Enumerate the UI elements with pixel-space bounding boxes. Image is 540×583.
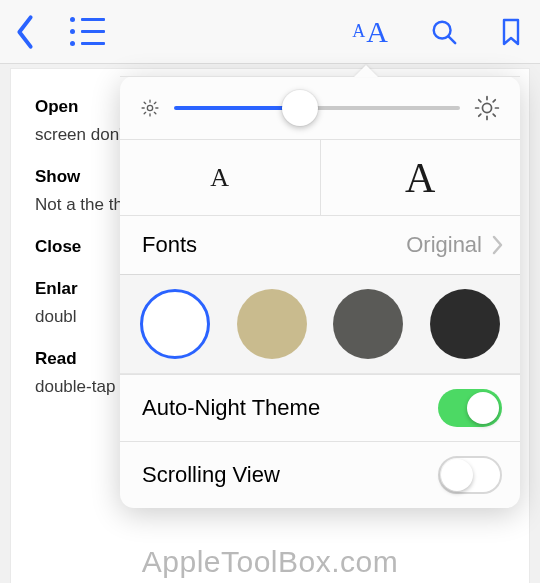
svg-line-8 [154,112,156,114]
auto-night-toggle[interactable] [438,389,502,427]
increase-font-button[interactable]: A [321,140,521,215]
appearance-small-a: A [352,21,365,42]
bookmark-button[interactable] [500,17,522,47]
theme-gray[interactable] [333,289,403,359]
brightness-slider[interactable] [174,106,460,110]
auto-night-label: Auto-Night Theme [142,395,320,421]
svg-point-2 [147,105,152,110]
brightness-thumb[interactable] [282,90,318,126]
appearance-popover: A A Fonts Original Auto-Night Theme Scro… [120,76,520,508]
appearance-button[interactable]: AA [352,15,388,49]
chevron-right-icon [492,235,504,255]
table-of-contents-button[interactable] [70,17,105,46]
svg-line-1 [449,36,456,43]
scrolling-view-toggle[interactable] [438,456,502,494]
theme-white[interactable] [140,289,210,359]
popover-arrow [354,65,378,77]
scrolling-view-row: Scrolling View [120,441,520,508]
page-bold-1: Show [35,167,80,186]
scrolling-view-label: Scrolling View [142,462,280,488]
svg-line-19 [493,100,495,102]
font-size-row: A A [120,139,520,215]
svg-line-9 [144,112,146,114]
svg-line-17 [493,114,495,116]
fonts-value: Original [406,232,482,258]
svg-line-16 [479,100,481,102]
svg-point-11 [482,103,491,112]
svg-line-7 [144,102,146,104]
brightness-row [120,76,520,139]
decrease-font-button[interactable]: A [120,140,321,215]
brightness-low-icon [140,98,160,118]
page-text-3: doubl [35,307,77,326]
page-bold-4: Read [35,349,77,368]
brightness-high-icon [474,95,500,121]
back-button[interactable] [14,14,36,50]
page-bold-2: Close [35,237,81,256]
search-button[interactable] [430,18,458,46]
theme-swatches-row [120,274,520,374]
top-toolbar: AA [0,0,540,64]
page-bold-3: Enlar [35,279,78,298]
page-bold-0: Open [35,97,78,116]
svg-line-18 [479,114,481,116]
fonts-label: Fonts [142,232,197,258]
svg-line-10 [154,102,156,104]
auto-night-row: Auto-Night Theme [120,374,520,441]
fonts-row[interactable]: Fonts Original [120,215,520,274]
theme-sepia[interactable] [237,289,307,359]
theme-black[interactable] [430,289,500,359]
appearance-big-a: A [366,15,388,49]
